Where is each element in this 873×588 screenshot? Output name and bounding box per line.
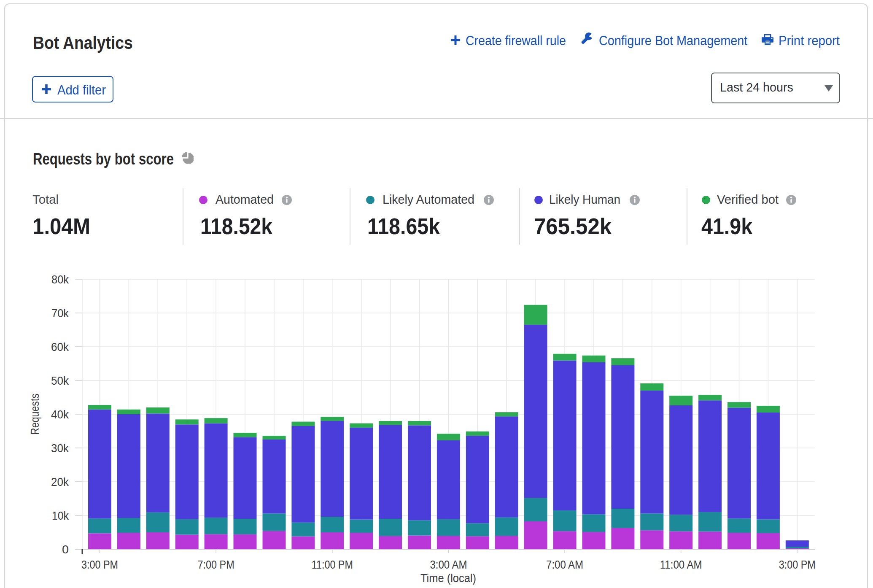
svg-text:80k: 80k bbox=[51, 273, 69, 286]
svg-text:Time (local): Time (local) bbox=[420, 572, 476, 585]
svg-text:40k: 40k bbox=[51, 408, 69, 421]
svg-text:0: 0 bbox=[62, 543, 69, 556]
svg-text:11:00 AM: 11:00 AM bbox=[660, 558, 702, 571]
svg-text:11:00 PM: 11:00 PM bbox=[312, 558, 353, 571]
svg-text:Requests: Requests bbox=[28, 394, 41, 435]
svg-text:60k: 60k bbox=[51, 340, 69, 353]
svg-text:3:00 AM: 3:00 AM bbox=[430, 558, 467, 571]
svg-text:7:00 AM: 7:00 AM bbox=[546, 558, 583, 571]
svg-text:70k: 70k bbox=[51, 307, 69, 320]
svg-text:50k: 50k bbox=[51, 374, 69, 387]
svg-text:20k: 20k bbox=[51, 475, 69, 488]
svg-text:10k: 10k bbox=[52, 509, 69, 522]
svg-text:7:00 PM: 7:00 PM bbox=[198, 558, 234, 571]
svg-text:3:00 PM: 3:00 PM bbox=[779, 558, 816, 571]
svg-text:30k: 30k bbox=[51, 442, 69, 455]
svg-text:3:00 PM: 3:00 PM bbox=[81, 558, 118, 571]
